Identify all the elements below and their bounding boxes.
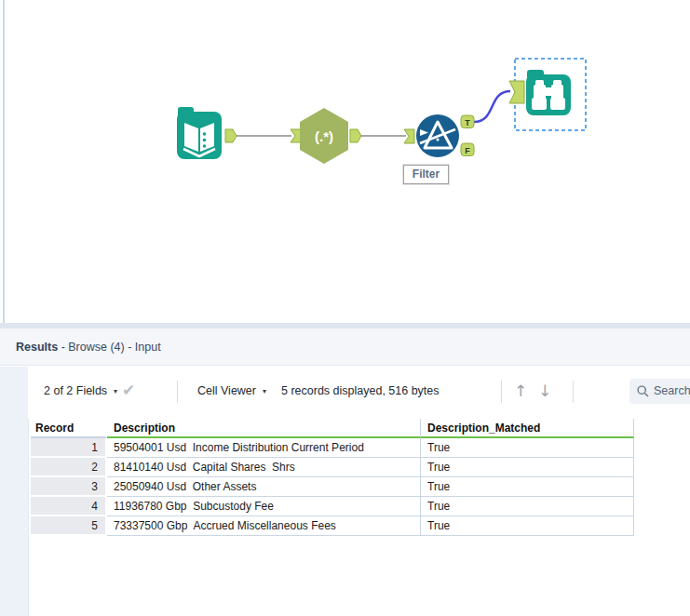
filter-tool-label[interactable]: Filter	[403, 165, 449, 184]
column-header-description[interactable]: Description	[107, 419, 421, 438]
table-row[interactable]: 5 73337500 Gbp Accrued Miscellaneous Fee…	[31, 516, 634, 536]
toolbar-separator	[501, 381, 502, 403]
connection-filter-true-to-browse[interactable]	[474, 91, 510, 122]
browse-tool[interactable]	[509, 59, 586, 130]
input-data-body	[177, 112, 222, 159]
scroll-up-arrow-icon[interactable]: ↑	[514, 378, 527, 404]
regex-input-anchor[interactable]	[291, 129, 301, 142]
column-header-description-matched[interactable]: Description_Matched	[421, 419, 634, 438]
table-header-row: Record Description Description_Matched	[31, 419, 634, 438]
matched-cell[interactable]: True	[421, 497, 634, 516]
search-input[interactable]: Search	[629, 379, 690, 404]
results-table: Record Description Description_Matched 1…	[31, 419, 634, 536]
record-cell[interactable]: 5	[31, 516, 107, 536]
record-cell[interactable]: 3	[31, 477, 107, 497]
table-body: 1 59504001 Usd Income Distribution Curre…	[31, 438, 634, 536]
fields-dropdown-label: 2 of 2 Fields	[44, 384, 107, 397]
description-cell[interactable]: 25050940 Usd Other Assets	[107, 477, 421, 497]
table-row[interactable]: 3 25050940 Usd Other Assets True	[31, 477, 634, 497]
fields-dropdown[interactable]: 2 of 2 Fields▾	[44, 378, 117, 404]
record-cell[interactable]: 4	[31, 497, 107, 516]
results-icon-strip: ?	[0, 367, 29, 616]
description-cell[interactable]: 73337500 Gbp Accrued Miscellaneous Fees	[107, 516, 421, 536]
results-toolbar: 2 of 2 Fields▾ ✔ Cell Viewer▾ 5 records …	[28, 367, 690, 419]
regex-tool[interactable]: (.*)	[291, 108, 361, 164]
table-row[interactable]: 1 59504001 Usd Income Distribution Curre…	[31, 438, 634, 458]
description-cell[interactable]: 81410140 Usd Capital Shares Shrs	[107, 458, 421, 477]
filter-false-anchor[interactable]: F	[461, 143, 474, 156]
browse-input-anchor[interactable]	[509, 81, 524, 103]
anchor-f-label: F	[465, 146, 470, 155]
column-header-record[interactable]: Record	[31, 419, 107, 438]
chevron-down-icon: ▾	[263, 387, 266, 395]
matched-cell[interactable]: True	[421, 516, 634, 536]
input-data-tool[interactable]	[177, 107, 237, 159]
scroll-down-arrow-icon[interactable]: ↓	[538, 378, 551, 404]
results-title-suffix: - Browse (4) - Input	[58, 341, 160, 354]
cell-viewer-label: Cell Viewer	[197, 384, 256, 397]
workflow-canvas[interactable]: (.*) T F	[0, 0, 690, 323]
toolbar-separator	[177, 381, 178, 403]
regex-glyph-label: (.*)	[315, 128, 333, 144]
filter-true-anchor[interactable]: T	[461, 115, 474, 128]
anchor-t-label: T	[465, 118, 470, 127]
results-title-bar: Results - Browse (4) - Input	[0, 328, 690, 366]
cell-viewer-dropdown[interactable]: Cell Viewer▾	[197, 378, 266, 404]
search-placeholder: Search	[654, 384, 690, 397]
matched-cell[interactable]: True	[421, 438, 634, 458]
filter-tool[interactable]: T F	[404, 114, 474, 157]
matched-cell[interactable]: True	[421, 477, 634, 497]
matched-cell[interactable]: True	[421, 458, 634, 477]
table-row[interactable]: 2 81410140 Usd Capital Shares Shrs True	[31, 458, 634, 477]
description-cell[interactable]: 59504001 Usd Income Distribution Current…	[107, 438, 421, 458]
apply-checkmark-icon[interactable]: ✔	[122, 377, 135, 403]
workflow-svg: (.*) T F	[0, 0, 690, 323]
results-title: Results	[16, 341, 58, 354]
description-cell[interactable]: 11936780 Gbp Subcustody Fee	[107, 497, 421, 516]
records-info: 5 records displayed, 516 bytes	[281, 378, 440, 404]
table-row[interactable]: 4 11936780 Gbp Subcustody Fee True	[31, 497, 634, 516]
record-cell[interactable]: 2	[31, 458, 107, 477]
record-cell[interactable]: 1	[31, 438, 107, 458]
search-icon	[637, 385, 649, 397]
chevron-down-icon: ▾	[114, 387, 117, 395]
toolbar-separator	[573, 381, 574, 403]
input-data-output-anchor[interactable]	[225, 129, 237, 142]
regex-output-anchor[interactable]	[350, 129, 361, 142]
